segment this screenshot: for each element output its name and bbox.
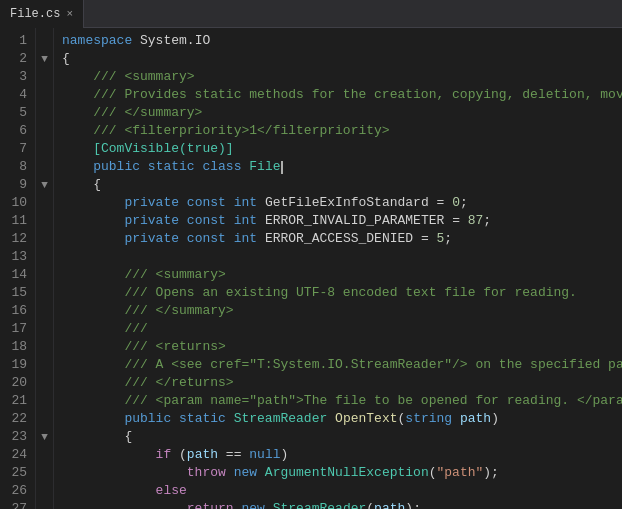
editor-container: 1234567891011121314151617181920212223242… — [0, 28, 622, 509]
line-number: 26 — [8, 482, 27, 500]
token: throw — [62, 465, 226, 480]
token: ( — [171, 447, 187, 462]
fold-marker — [36, 356, 53, 374]
token: const — [187, 231, 226, 246]
token: class — [202, 159, 241, 174]
token: [ComVisible(true)] — [62, 141, 234, 156]
token: return — [62, 501, 234, 509]
token: 0 — [452, 195, 460, 210]
token — [257, 465, 265, 480]
token — [179, 231, 187, 246]
fold-icon[interactable]: ▼ — [36, 428, 53, 446]
token: { — [62, 177, 101, 192]
token: /// <returns> — [62, 339, 226, 354]
code-line: private const int GetFileExInfoStandard … — [62, 194, 614, 212]
fold-icon[interactable]: ▼ — [36, 50, 53, 68]
code-line: /// — [62, 320, 614, 338]
fold-marker — [36, 158, 53, 176]
token: = — [452, 213, 460, 228]
token: OpenText — [335, 411, 397, 426]
title-bar: File.cs × — [0, 0, 622, 28]
line-number: 16 — [8, 302, 27, 320]
code-line: { — [62, 50, 614, 68]
code-line: /// </summary> — [62, 104, 614, 122]
token — [444, 195, 452, 210]
token: { — [62, 51, 70, 66]
tab-label: File.cs — [10, 7, 60, 21]
token — [226, 231, 234, 246]
code-line: /// A <see cref="T:System.IO.StreamReade… — [62, 356, 614, 374]
fold-marker[interactable]: ▼ — [36, 50, 53, 68]
fold-marker[interactable]: ▼ — [36, 428, 53, 446]
line-number: 11 — [8, 212, 27, 230]
token: File — [249, 159, 280, 174]
code-line: [ComVisible(true)] — [62, 140, 614, 158]
fold-marker — [36, 320, 53, 338]
token — [218, 447, 226, 462]
line-number: 21 — [8, 392, 27, 410]
token: ); — [405, 501, 421, 509]
line-number: 25 — [8, 464, 27, 482]
fold-icon[interactable]: ▼ — [36, 176, 53, 194]
fold-marker — [36, 212, 53, 230]
token: /// </summary> — [62, 105, 202, 120]
fold-marker — [36, 266, 53, 284]
token: if — [62, 447, 171, 462]
line-number: 1 — [8, 32, 27, 50]
token: ; — [483, 213, 491, 228]
code-line: private const int ERROR_INVALID_PARAMETE… — [62, 212, 614, 230]
tab-close-button[interactable]: × — [66, 8, 73, 20]
token: private — [62, 231, 179, 246]
token: /// <summary> — [62, 267, 226, 282]
fold-marker — [36, 230, 53, 248]
fold-marker[interactable]: ▼ — [36, 176, 53, 194]
fold-marker — [36, 194, 53, 212]
token: /// </returns> — [62, 375, 234, 390]
token: ); — [483, 465, 499, 480]
line-number: 23 — [8, 428, 27, 446]
token — [327, 411, 335, 426]
token: const — [187, 213, 226, 228]
token: path — [460, 411, 491, 426]
token: /// <summary> — [62, 69, 195, 84]
token — [429, 231, 437, 246]
code-line: throw new ArgumentNullException("path"); — [62, 464, 614, 482]
token: int — [234, 213, 257, 228]
token: static — [148, 159, 195, 174]
line-numbers: 1234567891011121314151617181920212223242… — [0, 28, 36, 509]
line-number: 14 — [8, 266, 27, 284]
token: /// </summary> — [62, 303, 234, 318]
code-line: namespace System.IO — [62, 32, 614, 50]
line-number: 8 — [8, 158, 27, 176]
fold-marker — [36, 284, 53, 302]
code-line — [62, 248, 614, 266]
token — [226, 411, 234, 426]
file-tab[interactable]: File.cs × — [0, 0, 84, 28]
line-number: 19 — [8, 356, 27, 374]
line-number: 2 — [8, 50, 27, 68]
token: ERROR_ACCESS_DENIED — [257, 231, 421, 246]
token: 87 — [468, 213, 484, 228]
code-line: public static class File — [62, 158, 614, 176]
token: path — [374, 501, 405, 509]
token: StreamReader — [273, 501, 367, 509]
token: static — [179, 411, 226, 426]
token: = — [421, 231, 429, 246]
token: /// — [62, 321, 148, 336]
code-area[interactable]: namespace System.IO{ /// <summary> /// P… — [54, 28, 622, 509]
fold-marker — [36, 374, 53, 392]
token — [179, 213, 187, 228]
fold-column[interactable]: ▼▼▼ — [36, 28, 54, 509]
line-number: 6 — [8, 122, 27, 140]
token: == — [226, 447, 242, 462]
fold-marker — [36, 392, 53, 410]
token: public — [62, 159, 140, 174]
fold-marker — [36, 32, 53, 50]
code-line: /// <returns> — [62, 338, 614, 356]
token: /// A <see cref="T:System.IO.StreamReade… — [62, 357, 622, 372]
line-number: 24 — [8, 446, 27, 464]
fold-marker — [36, 248, 53, 266]
token: int — [234, 195, 257, 210]
code-line: /// </summary> — [62, 302, 614, 320]
fold-marker — [36, 482, 53, 500]
